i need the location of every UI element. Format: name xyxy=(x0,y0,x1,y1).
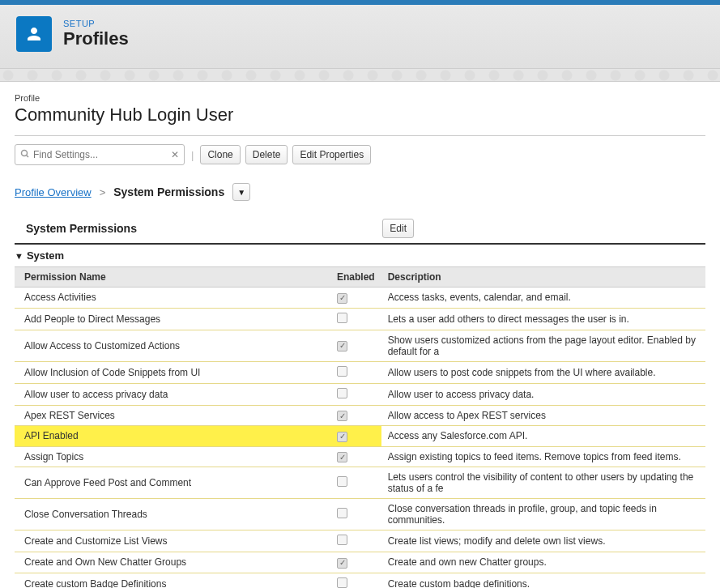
permission-name-cell: Create and Customize List Views xyxy=(15,530,330,552)
section-header: System Permissions Edit xyxy=(15,214,705,243)
breadcrumb-dropdown-button[interactable]: ▼ xyxy=(232,183,250,201)
page-title: Profiles xyxy=(63,28,129,49)
checkbox-icon xyxy=(337,558,347,569)
table-row: Create and Own New Chatter GroupsCreate … xyxy=(15,552,705,573)
permission-enabled-cell xyxy=(330,499,381,530)
permission-name-cell: Create custom Badge Definitions xyxy=(15,573,330,588)
table-row: Create and Customize List ViewsCreate li… xyxy=(15,530,705,552)
table-row: Allow user to access privacy dataAllow u… xyxy=(15,383,705,405)
divider xyxy=(15,135,705,136)
permission-enabled-cell xyxy=(330,405,381,426)
svg-point-0 xyxy=(22,150,28,156)
table-row: Assign TopicsAssign existing topics to f… xyxy=(15,446,705,467)
permission-description-cell: Lets a user add others to direct message… xyxy=(381,308,705,330)
setup-avatar-icon xyxy=(16,16,52,52)
object-type-label: Profile xyxy=(15,93,705,103)
checkbox-icon xyxy=(337,388,347,398)
breadcrumb-separator: > xyxy=(100,186,106,198)
permission-description-cell: Create and own new Chatter groups. xyxy=(381,552,705,573)
permission-name-cell: Assign Topics xyxy=(15,446,330,467)
clone-button[interactable]: Clone xyxy=(200,145,240,164)
checkbox-icon xyxy=(337,432,347,442)
table-row: Close Conversation ThreadsClose conversa… xyxy=(15,499,705,530)
permission-name-cell: Allow Inclusion of Code Snippets from UI xyxy=(15,361,330,383)
checkbox-icon xyxy=(337,476,347,487)
system-group-label: System xyxy=(27,249,64,262)
permission-enabled-cell xyxy=(330,446,381,467)
toolbar-separator: | xyxy=(190,149,195,161)
permission-description-cell: Allow user to access privacy data. xyxy=(381,383,705,405)
toolbar: ✕ | Clone Delete Edit Properties xyxy=(15,144,705,165)
checkbox-icon xyxy=(337,452,347,462)
section-title: System Permissions xyxy=(26,222,137,235)
search-input[interactable] xyxy=(33,149,171,160)
checkbox-icon xyxy=(337,411,347,421)
table-row: Allow Access to Customized ActionsShow u… xyxy=(15,330,705,361)
setup-label: SETUP xyxy=(63,19,129,28)
checkbox-icon xyxy=(337,508,347,518)
permission-description-cell: Show users customized actions from the p… xyxy=(381,330,705,361)
permission-enabled-cell xyxy=(330,467,381,499)
permission-enabled-cell xyxy=(330,288,381,309)
search-icon xyxy=(20,149,30,161)
permission-description-cell: Allow access to Apex REST services xyxy=(381,405,705,426)
checkbox-icon xyxy=(337,577,347,588)
table-row: Apex REST ServicesAllow access to Apex R… xyxy=(15,405,705,426)
edit-properties-button[interactable]: Edit Properties xyxy=(292,145,371,164)
permission-enabled-cell xyxy=(330,308,381,330)
permission-description-cell: Create custom badge definitions. xyxy=(381,573,705,588)
permission-enabled-cell xyxy=(330,573,381,588)
clear-search-icon[interactable]: ✕ xyxy=(171,149,179,160)
edit-button[interactable]: Edit xyxy=(382,219,414,238)
permission-name-cell: Can Approve Feed Post and Comment xyxy=(15,467,330,499)
permission-name-cell: Apex REST Services xyxy=(15,405,330,426)
collapse-triangle-icon: ▼ xyxy=(15,251,23,261)
permission-description-cell: Access any Salesforce.com API. xyxy=(381,426,705,447)
permission-enabled-cell xyxy=(330,361,381,383)
permission-description-cell: Allow users to post code snippets from t… xyxy=(381,361,705,383)
permission-name-cell: Close Conversation Threads xyxy=(15,499,330,530)
permission-description-cell: Create list views; modify and delete own… xyxy=(381,530,705,552)
breadcrumb: Profile Overview > System Permissions ▼ xyxy=(15,183,705,201)
permission-name-cell: Create and Own New Chatter Groups xyxy=(15,552,330,573)
permission-description-cell: Close conversation threads in profile, g… xyxy=(381,499,705,530)
col-header-enabled: Enabled xyxy=(330,267,381,288)
search-input-wrap[interactable]: ✕ xyxy=(15,144,185,165)
checkbox-icon xyxy=(337,313,347,323)
permission-description-cell: Assign existing topics to feed items. Re… xyxy=(381,446,705,467)
permission-name-cell: Allow Access to Customized Actions xyxy=(15,330,330,361)
col-header-name: Permission Name xyxy=(15,267,330,288)
permission-enabled-cell xyxy=(330,530,381,552)
breadcrumb-current: System Permissions xyxy=(113,185,224,198)
permission-name-cell: Add People to Direct Messages xyxy=(15,308,330,330)
table-row: Add People to Direct MessagesLets a user… xyxy=(15,308,705,330)
delete-button[interactable]: Delete xyxy=(245,145,288,164)
permission-enabled-cell xyxy=(330,383,381,405)
permission-name-cell: Access Activities xyxy=(15,288,330,309)
permission-description-cell: Access tasks, events, calendar, and emai… xyxy=(381,288,705,309)
permission-name-cell: API Enabled xyxy=(15,426,330,447)
permission-name-cell: Allow user to access privacy data xyxy=(15,383,330,405)
permission-description-cell: Lets users control the visibility of con… xyxy=(381,467,705,499)
decorative-pattern xyxy=(0,69,720,82)
permissions-table: Permission Name Enabled Description Acce… xyxy=(15,266,705,588)
permission-enabled-cell xyxy=(330,330,381,361)
col-header-description: Description xyxy=(381,267,705,288)
table-row: Access ActivitiesAccess tasks, events, c… xyxy=(15,288,705,309)
checkbox-icon xyxy=(337,535,347,545)
system-group-header[interactable]: ▼ System xyxy=(15,243,705,266)
table-row: Allow Inclusion of Code Snippets from UI… xyxy=(15,361,705,383)
svg-line-1 xyxy=(27,155,29,157)
checkbox-icon xyxy=(337,366,347,377)
permission-enabled-cell xyxy=(330,426,381,447)
breadcrumb-overview-link[interactable]: Profile Overview xyxy=(15,186,92,198)
page-header: SETUP Profiles xyxy=(0,5,720,69)
checkbox-icon xyxy=(337,293,347,304)
table-row: Create custom Badge DefinitionsCreate cu… xyxy=(15,573,705,588)
checkbox-icon xyxy=(337,341,347,352)
table-row: Can Approve Feed Post and CommentLets us… xyxy=(15,467,705,499)
object-name-title: Community Hub Login User xyxy=(15,104,705,126)
table-row: API EnabledAccess any Salesforce.com API… xyxy=(15,426,705,447)
permission-enabled-cell xyxy=(330,552,381,573)
